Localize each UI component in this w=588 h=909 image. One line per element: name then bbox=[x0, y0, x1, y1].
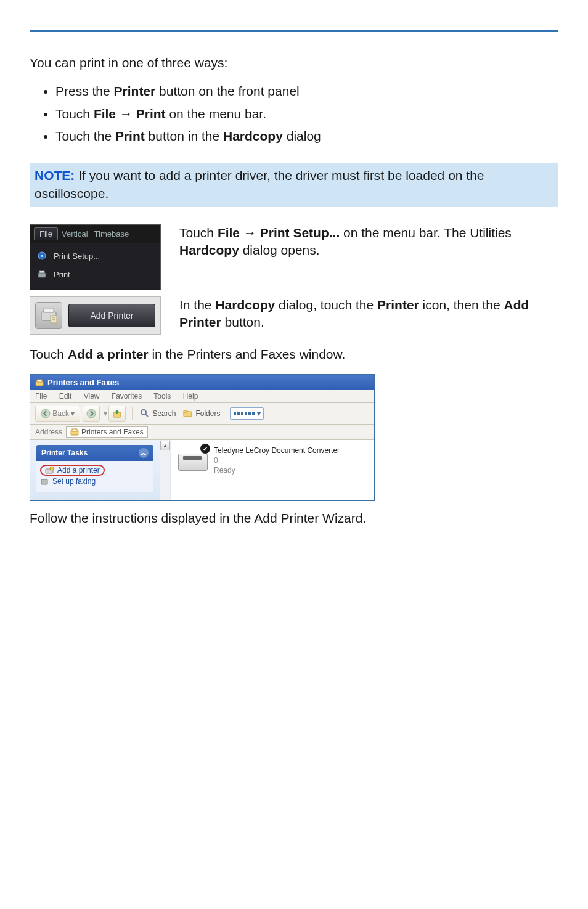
menu-bar: File Vertical Timebase bbox=[30, 225, 160, 243]
menu-help[interactable]: Help bbox=[183, 392, 198, 401]
toolbar-separator bbox=[132, 407, 133, 420]
menu-edit[interactable]: Edit bbox=[59, 392, 72, 401]
bullet-3: Touch the Print button in the Hardcopy d… bbox=[55, 128, 558, 145]
text: button on the front panel bbox=[155, 84, 300, 98]
menu-file[interactable]: File bbox=[34, 227, 58, 240]
folders-button[interactable]: Folders bbox=[183, 409, 220, 418]
text: Press the bbox=[55, 84, 114, 98]
svg-point-14 bbox=[141, 410, 146, 415]
menu-view[interactable]: View bbox=[84, 392, 100, 401]
window-title-bar: Printers and Faxes bbox=[30, 375, 374, 390]
printers-folder-icon bbox=[35, 378, 44, 387]
bold-text: Hardcopy bbox=[223, 129, 283, 143]
views-icon bbox=[237, 412, 240, 415]
printers-faxes-window: Printers and Faxes File Edit View Favori… bbox=[30, 374, 375, 501]
svg-rect-10 bbox=[37, 380, 42, 382]
task-add-printer[interactable]: Add a printer bbox=[40, 465, 105, 476]
text: dialog, touch the bbox=[275, 298, 377, 312]
printer-item-icon: ✔ bbox=[178, 446, 208, 471]
menu-item-print-setup[interactable]: Print Setup... bbox=[36, 247, 154, 265]
views-button[interactable]: ▾ bbox=[230, 407, 264, 420]
text: dialog bbox=[283, 129, 321, 143]
window-menu-bar: File Edit View Favorites Tools Help bbox=[30, 390, 374, 403]
folders-label: Folders bbox=[195, 409, 220, 418]
menu-vertical[interactable]: Vertical bbox=[62, 229, 88, 238]
menu-item-label: Print bbox=[54, 270, 70, 279]
text: on the menu bar. The Utilities bbox=[340, 226, 512, 240]
printer-name: Teledyne LeCroy Document Converter bbox=[214, 446, 340, 456]
window-title: Printers and Faxes bbox=[47, 378, 119, 387]
text: Touch bbox=[55, 107, 94, 121]
arrow-icon: → bbox=[116, 107, 136, 121]
printer-config-icon bbox=[35, 302, 62, 329]
svg-point-11 bbox=[41, 409, 50, 418]
step2-text: In the Hardcopy dialog, touch the Printe… bbox=[179, 296, 558, 332]
svg-rect-17 bbox=[184, 410, 187, 412]
menu-timebase[interactable]: Timebase bbox=[94, 229, 129, 238]
step3-text: Touch Add a printer in the Printers and … bbox=[30, 346, 558, 363]
address-bar: Address Printers and Faxes bbox=[30, 425, 374, 440]
back-label: Back bbox=[52, 409, 69, 418]
add-printer-button[interactable]: Add Printer bbox=[68, 304, 155, 327]
address-field[interactable]: Printers and Faxes bbox=[66, 426, 148, 438]
tasks-header[interactable]: Printer Tasks ︽ bbox=[36, 445, 153, 461]
menu-tools[interactable]: Tools bbox=[153, 392, 171, 401]
bullet-2: Touch File → Print on the menu bar. bbox=[55, 105, 558, 123]
default-check-icon: ✔ bbox=[200, 444, 210, 454]
menu-item-print[interactable]: Print bbox=[36, 265, 154, 283]
views-icon bbox=[245, 412, 247, 415]
content-pane: ✔ Teledyne LeCroy Document Converter 0 R… bbox=[170, 440, 374, 500]
menu-file[interactable]: File bbox=[35, 392, 47, 401]
address-value: Printers and Faxes bbox=[81, 428, 144, 436]
tasks-scrollbar[interactable]: ▲ bbox=[160, 440, 170, 500]
text: button. bbox=[221, 315, 264, 329]
bold-text: Add a printer bbox=[68, 347, 149, 361]
folders-icon bbox=[183, 409, 193, 418]
bullet-1: Press the Printer button on the front pa… bbox=[55, 83, 558, 100]
svg-rect-5 bbox=[44, 308, 54, 312]
bold-text: Hardcopy bbox=[215, 298, 275, 312]
text: In the bbox=[179, 298, 215, 312]
closing-paragraph: Follow the instructions displayed in the… bbox=[30, 510, 558, 527]
bold-text: Printer bbox=[377, 298, 419, 312]
add-printer-screenshot: Add Printer bbox=[30, 296, 161, 335]
printer-item[interactable]: Teledyne LeCroy Document Converter 0 Rea… bbox=[214, 446, 340, 475]
tasks-header-label: Printer Tasks bbox=[41, 449, 88, 457]
scroll-up-icon: ▲ bbox=[160, 441, 170, 450]
printer-job-count: 0 bbox=[214, 456, 340, 466]
text: Touch the bbox=[55, 129, 115, 143]
text: button in the bbox=[145, 129, 223, 143]
bold-text: Print bbox=[136, 107, 166, 121]
menu-item-label: Print Setup... bbox=[54, 251, 100, 261]
printer-icon bbox=[36, 269, 47, 280]
svg-line-15 bbox=[145, 414, 148, 417]
bold-text: Hardcopy bbox=[179, 243, 239, 257]
search-button[interactable]: Search bbox=[140, 409, 176, 418]
views-dropdown-icon: ▾ bbox=[257, 409, 261, 418]
svg-point-21 bbox=[50, 467, 54, 470]
forward-button[interactable] bbox=[83, 406, 100, 422]
file-menu-screenshot: File Vertical Timebase Print Setup... Pr… bbox=[30, 224, 161, 290]
up-button[interactable] bbox=[108, 406, 126, 422]
note-label: NOTE: bbox=[35, 168, 75, 182]
bold-text: Print Setup... bbox=[260, 226, 340, 240]
svg-rect-19 bbox=[72, 429, 77, 431]
tasks-list: Add a printer Set up faxing bbox=[36, 461, 153, 492]
task-setup-faxing[interactable]: Set up faxing bbox=[40, 476, 150, 487]
print-methods-list: Press the Printer button on the front pa… bbox=[30, 83, 558, 145]
fax-icon bbox=[40, 477, 49, 486]
forward-dropdown[interactable]: ▾ bbox=[104, 409, 107, 418]
svg-rect-3 bbox=[39, 271, 44, 273]
back-button[interactable]: Back ▾ bbox=[35, 406, 80, 422]
add-printer-icon bbox=[45, 466, 54, 475]
note-text: If you want to add a printer driver, the… bbox=[35, 168, 484, 200]
text: icon, then the bbox=[419, 298, 504, 312]
address-icon bbox=[70, 428, 79, 436]
menu-favorites[interactable]: Favorites bbox=[112, 392, 142, 401]
views-icon bbox=[248, 412, 251, 415]
svg-rect-2 bbox=[38, 273, 46, 277]
bold-text: Printer bbox=[114, 84, 156, 98]
search-label: Search bbox=[152, 409, 176, 418]
task-label: Set up faxing bbox=[52, 477, 96, 486]
window-body: Printer Tasks ︽ Add a printer Set up fax… bbox=[30, 440, 374, 500]
